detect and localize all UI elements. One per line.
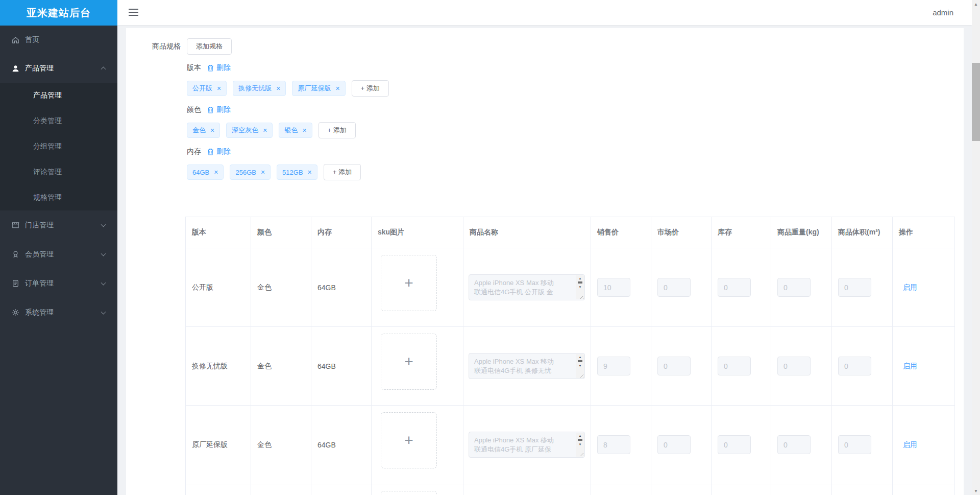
scroll-up-icon[interactable]: ▲ — [579, 354, 582, 360]
cell-product-name: Apple iPhone XS Max 移动 联通电信4G手机 公开版 金 ▲ … — [463, 248, 591, 327]
upload-image-button[interactable]: + — [381, 255, 437, 311]
delete-group-link[interactable]: 删除 — [207, 63, 231, 73]
sale-price-input[interactable] — [597, 357, 630, 375]
volume-input[interactable] — [838, 435, 871, 454]
close-icon[interactable]: × — [263, 127, 267, 134]
cell-weight — [771, 484, 832, 495]
close-icon[interactable]: × — [302, 127, 306, 134]
sidebar-item-member-management[interactable]: 会员管理 — [0, 240, 117, 269]
add-tag-button[interactable]: + 添加 — [324, 164, 361, 180]
enable-link[interactable]: 启用 — [903, 362, 917, 371]
add-spec-button[interactable]: 添加规格 — [187, 38, 232, 55]
stock-input[interactable] — [718, 357, 751, 375]
user-icon — [11, 64, 20, 73]
trash-icon — [207, 148, 214, 155]
spec-tag: 金色 × — [187, 123, 220, 138]
spec-group-name: 颜色 — [187, 105, 201, 114]
sale-price-input[interactable] — [597, 278, 630, 297]
scroll-up-icon[interactable]: ▲ — [579, 275, 582, 281]
delete-label: 删除 — [216, 63, 231, 73]
sidebar-subitem-group-management[interactable]: 分组管理 — [0, 134, 117, 159]
add-tag-button[interactable]: + 添加 — [352, 80, 389, 97]
page-scrollbar-thumb[interactable] — [972, 63, 980, 141]
cell-weight — [771, 248, 832, 327]
cell-sku-image: + — [372, 406, 463, 484]
table-row: + — [186, 484, 954, 495]
page-scrollbar[interactable]: ▲ ▼ — [972, 0, 980, 495]
delete-group-link[interactable]: 删除 — [207, 147, 231, 156]
enable-link[interactable]: 启用 — [903, 283, 917, 292]
sidebar-subitem-label: 规格管理 — [33, 193, 62, 202]
product-name-line: 联通电信4G手机 公开版 金 — [474, 288, 572, 297]
sidebar-subitem-comment-management[interactable]: 评论管理 — [0, 159, 117, 185]
weight-input[interactable] — [777, 357, 811, 375]
column-header: 内存 — [311, 217, 372, 248]
sidebar-item-store-management[interactable]: 门店管理 — [0, 210, 117, 240]
sale-price-input[interactable] — [597, 435, 630, 454]
cell-weight — [771, 406, 832, 484]
weight-input[interactable] — [777, 278, 811, 297]
product-name-line: Apple iPhone XS Max 移动 — [474, 357, 572, 366]
scroll-up-icon[interactable]: ▲ — [579, 433, 582, 438]
scroll-up-icon[interactable]: ▲ — [972, 0, 980, 8]
weight-input[interactable] — [777, 435, 811, 454]
close-icon[interactable]: × — [308, 169, 312, 176]
sku-table: 版本 颜色 内存 sku图片 商品名称 销售价 市场价 库存 商品重量(kg) … — [185, 217, 955, 495]
cell-sku-image: + — [372, 484, 463, 495]
product-name-textarea[interactable]: Apple iPhone XS Max 移动 联通电信4G手机 公开版 金 ▲ … — [469, 274, 585, 300]
sidebar-subitem-product-management[interactable]: 产品管理 — [0, 83, 117, 108]
stock-input[interactable] — [718, 278, 751, 297]
cell-version: 公开版 — [186, 248, 251, 327]
close-icon[interactable]: × — [214, 169, 218, 176]
cell-market-price — [651, 248, 712, 327]
add-tag-button[interactable]: + 添加 — [318, 122, 356, 138]
stock-input[interactable] — [718, 435, 751, 454]
close-icon[interactable]: × — [210, 127, 214, 134]
sidebar-subitem-label: 分组管理 — [33, 142, 62, 151]
product-name-textarea[interactable]: Apple iPhone XS Max 移动 联通电信4G手机 原厂延保 ▲ ▼ — [469, 432, 585, 458]
product-name-textarea[interactable]: Apple iPhone XS Max 移动 联通电信4G手机 换修无忧 ▲ ▼ — [469, 353, 585, 379]
sidebar-item-product-management[interactable]: 产品管理 — [0, 54, 117, 83]
cell-action: 启用 — [893, 327, 954, 406]
sidebar-subitem-label: 分类管理 — [33, 116, 62, 126]
sidebar-item-system-management[interactable]: 系统管理 — [0, 298, 117, 327]
scroll-down-icon[interactable]: ▼ — [972, 487, 980, 495]
spec-section-label: 商品规格 — [152, 42, 181, 51]
sidebar-subitem-spec-management[interactable]: 规格管理 — [0, 185, 117, 210]
spec-tag: 换修无忧版 × — [233, 81, 286, 96]
market-price-input[interactable] — [657, 278, 691, 297]
cell-product-name — [463, 484, 591, 495]
cell-version: 原厂延保版 — [186, 406, 251, 484]
column-header: 商品重量(kg) — [771, 217, 832, 248]
enable-link[interactable]: 启用 — [903, 440, 917, 450]
sidebar-item-label: 系统管理 — [25, 308, 54, 317]
hamburger-menu-button[interactable] — [129, 9, 138, 16]
table-header-row: 版本 颜色 内存 sku图片 商品名称 销售价 市场价 库存 商品重量(kg) … — [186, 217, 954, 248]
market-price-input[interactable] — [657, 435, 691, 454]
upload-image-button[interactable]: + — [381, 334, 437, 390]
sidebar-subitem-category-management[interactable]: 分类管理 — [0, 108, 117, 134]
market-price-input[interactable] — [657, 357, 691, 375]
close-icon[interactable]: × — [335, 85, 339, 92]
scroll-down-icon[interactable]: ▼ — [579, 441, 582, 447]
cell-memory: 64GB — [311, 406, 372, 484]
close-icon[interactable]: × — [261, 169, 265, 176]
user-menu[interactable]: admin — [933, 0, 953, 25]
column-header: sku图片 — [372, 217, 463, 248]
sidebar-item-home[interactable]: 首页 — [0, 26, 117, 54]
scroll-down-icon[interactable]: ▼ — [579, 363, 582, 368]
volume-input[interactable] — [838, 278, 871, 297]
close-icon[interactable]: × — [217, 85, 221, 92]
tag-label: 银色 — [284, 126, 298, 135]
volume-input[interactable] — [838, 357, 871, 375]
cell-sale-price — [591, 327, 651, 406]
upload-image-button[interactable]: + — [381, 412, 437, 468]
close-icon[interactable]: × — [276, 85, 280, 92]
upload-image-button[interactable]: + — [381, 491, 437, 495]
delete-group-link[interactable]: 删除 — [207, 105, 231, 114]
cell-stock — [712, 327, 771, 406]
plus-icon: + — [404, 433, 413, 448]
cell-sale-price — [591, 406, 651, 484]
scroll-down-icon[interactable]: ▼ — [579, 284, 582, 290]
sidebar-item-order-management[interactable]: 订单管理 — [0, 269, 117, 298]
